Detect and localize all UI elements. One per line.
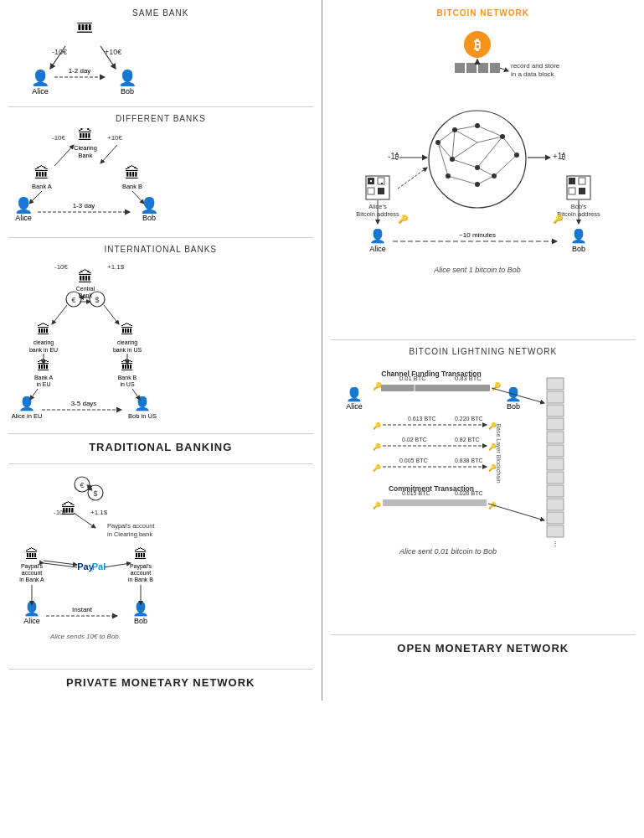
svg-line-47 [52, 305, 67, 324]
svg-text:record and store: record and store [511, 62, 560, 70]
svg-text:account: account [22, 570, 43, 576]
svg-text:Clearing: Clearing [74, 144, 97, 152]
bitcoin-network-diagram: ₿ record and store in a data block [331, 21, 624, 331]
svg-text:Alice sent 1 bitcoin to Bob: Alice sent 1 bitcoin to Bob [433, 266, 521, 274]
svg-text:0.838 BTC: 0.838 BTC [455, 458, 482, 463]
svg-text:Bob: Bob [506, 402, 519, 411]
intl-banks-diagram: -10€ +1.1$ 🏛 € $ Central Bank 🏛 clearing… [8, 259, 163, 427]
svg-text:Bank A: Bank A [32, 183, 52, 190]
svg-line-118 [477, 168, 494, 176]
svg-text:$: $ [93, 489, 97, 498]
svg-rect-180 [547, 378, 564, 390]
svg-text:Alice: Alice [23, 617, 40, 625]
svg-text:in US: in US [120, 381, 134, 387]
svg-rect-182 [547, 405, 564, 416]
svg-text:Instant: Instant [72, 606, 93, 613]
same-bank-title: SAME BANK [8, 8, 313, 18]
svg-text:👤: 👤 [31, 69, 50, 87]
svg-point-132 [475, 165, 480, 170]
svg-rect-103 [478, 63, 488, 73]
lightning-network-diagram: 👤 Alice 👤 Bob Channel Funding Transactio… [331, 361, 616, 629]
svg-rect-191 [547, 525, 564, 537]
svg-text:Alice: Alice [15, 214, 32, 222]
svg-rect-146 [381, 183, 383, 184]
svg-line-111 [455, 126, 477, 130]
svg-point-133 [492, 173, 497, 178]
svg-text:+10€: +10€ [107, 134, 123, 142]
svg-rect-185 [547, 445, 564, 457]
svg-text:👤: 👤 [18, 396, 35, 411]
svg-text:👤: 👤 [369, 228, 386, 244]
svg-text:in Bank B: in Bank B [128, 577, 153, 582]
svg-text:👤: 👤 [346, 386, 363, 402]
svg-rect-151 [569, 178, 575, 184]
svg-text:-10€: -10€ [54, 263, 69, 271]
svg-text:🏛: 🏛 [61, 500, 76, 518]
svg-rect-183 [547, 418, 564, 430]
svg-rect-102 [466, 63, 477, 73]
svg-point-126 [452, 127, 457, 132]
svg-line-88 [104, 563, 131, 567]
private-monetary-footer: PRIVATE MONETARY NETWORK [8, 669, 313, 692]
svg-text:in Clearing bank: in Clearing bank [107, 530, 152, 538]
svg-text:bank in EU: bank in EU [29, 347, 58, 353]
svg-point-135 [446, 173, 451, 178]
svg-text:Central: Central [76, 286, 95, 292]
svg-text:🔑: 🔑 [373, 422, 381, 430]
svg-text:+10€: +10€ [105, 48, 121, 56]
svg-rect-154 [579, 188, 585, 194]
svg-text:0.01 BTC: 0.01 BTC [399, 375, 426, 382]
svg-rect-186 [547, 458, 564, 470]
bitcoin-network-title: BITCOIN NETWORK [331, 8, 636, 18]
svg-point-128 [500, 134, 505, 139]
svg-line-114 [438, 142, 452, 159]
svg-text:Alice in EU: Alice in EU [12, 412, 43, 420]
svg-text:Pal: Pal [92, 561, 106, 572]
svg-rect-184 [547, 432, 564, 443]
paypal-diagram: € $ -10€ 🏛 +1.1$ Paypal's account in Cle… [8, 471, 163, 664]
svg-text:Alice sends 10€ to Bob.: Alice sends 10€ to Bob. [49, 633, 121, 640]
open-monetary-footer: OPEN MONETARY NETWORK [331, 634, 636, 658]
svg-rect-188 [547, 485, 564, 497]
svg-text:👤: 👤 [134, 396, 151, 411]
svg-text:+1₿: +1₿ [553, 152, 566, 161]
svg-text:bank in US: bank in US [113, 347, 142, 353]
svg-line-121 [448, 176, 477, 184]
svg-rect-212 [383, 499, 487, 506]
svg-line-116 [452, 159, 477, 168]
svg-point-127 [475, 123, 480, 128]
svg-text:Alice: Alice [369, 245, 386, 253]
svg-text:Bank B: Bank B [118, 375, 137, 380]
svg-line-119 [494, 155, 517, 176]
svg-text:Paypal's: Paypal's [130, 563, 152, 570]
svg-text:€: € [71, 296, 75, 304]
svg-text:🏛: 🏛 [37, 323, 50, 337]
svg-line-48 [104, 305, 119, 324]
lightning-network-title: BITCOIN LIGHTNING NETWORK [331, 347, 636, 356]
svg-line-110 [438, 130, 455, 142]
svg-text:3-5 days: 3-5 days [71, 400, 97, 407]
svg-line-113 [502, 137, 517, 155]
svg-line-122 [477, 176, 494, 184]
svg-text:0.83 BTC: 0.83 BTC [455, 375, 482, 382]
svg-line-108 [500, 68, 508, 71]
svg-text:Base Layer Blockchain: Base Layer Blockchain [495, 423, 502, 483]
svg-text:Bob: Bob [121, 87, 134, 96]
svg-line-215 [488, 504, 544, 520]
svg-text:🔑: 🔑 [373, 463, 381, 472]
svg-text:🔑: 🔑 [373, 442, 381, 451]
svg-text:1-2 day: 1-2 day [69, 67, 91, 75]
svg-text:₿: ₿ [474, 38, 481, 52]
svg-rect-153 [569, 188, 575, 194]
svg-line-125 [452, 142, 477, 159]
same-bank-diagram: 🏛 -10€ +10€ 👤 Alice 👤 Bob 1-2 day [8, 23, 163, 98]
svg-text:🏛: 🏛 [76, 23, 95, 37]
svg-text:account: account [131, 570, 152, 576]
svg-line-120 [438, 142, 448, 176]
svg-rect-175 [381, 385, 490, 391]
svg-text:0.82 BTC: 0.82 BTC [455, 437, 480, 442]
svg-text:$: $ [95, 296, 99, 304]
svg-text:Bob in US: Bob in US [128, 412, 157, 420]
svg-text:0.613 BTC: 0.613 BTC [408, 416, 435, 422]
svg-text:0.026 BTC: 0.026 BTC [455, 490, 482, 496]
